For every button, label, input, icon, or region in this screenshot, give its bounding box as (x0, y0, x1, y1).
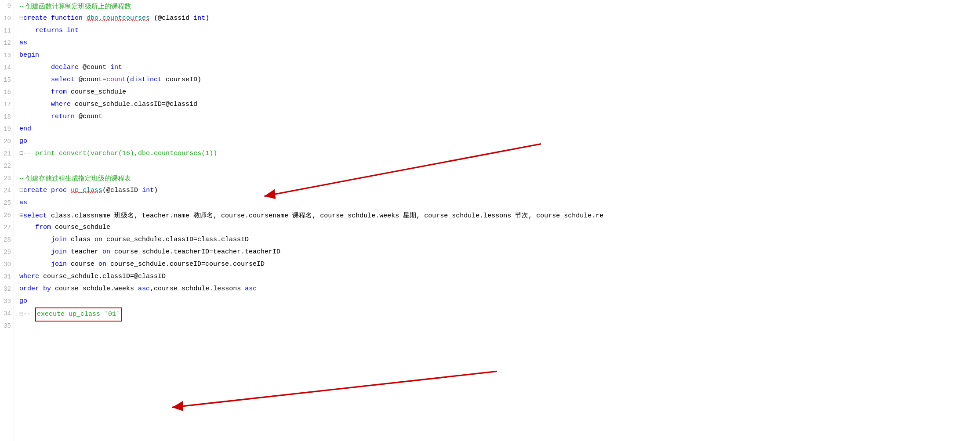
code-line-23: -- 创建存储过程生成指定班级的课程表 (19, 172, 980, 184)
svg-line-3 (172, 371, 497, 407)
code-line-33: go (19, 295, 980, 307)
code-line-30: join course on course_schdule.courseID=c… (19, 258, 980, 271)
code-line-31: where course_schdule.classID=@classID (19, 271, 980, 283)
code-line-14: declare @count int (19, 61, 980, 74)
code-line-21: ⊟-- print convert(varchar(16),dbo.countc… (19, 148, 980, 160)
code-line-29: join teacher on course_schdule.teacherID… (19, 246, 980, 258)
code-line-12: as (19, 37, 980, 49)
code-line-19: end (19, 123, 980, 135)
code-line-18: return @count (19, 111, 980, 123)
code-line-26: ⊟select class.classname 班级名, teacher.nam… (19, 209, 980, 221)
code-line-28: join class on course_schdule.classID=cla… (19, 234, 980, 246)
code-line-34: ⊟-- execute up_class '01' (19, 307, 980, 320)
code-content: -- 创建函数计算制定班级所上的课程数 ⊟create function dbo… (14, 0, 980, 441)
code-line-9: -- 创建函数计算制定班级所上的课程数 (19, 0, 980, 12)
code-line-15: select @count=count(distinct courseID) (19, 74, 980, 86)
code-line-10: ⊟create function dbo.countcourses (@clas… (19, 12, 980, 25)
code-line-27: from course_schdule (19, 221, 980, 234)
line-numbers: 9 10 11 12 13 14 15 16 17 18 19 20 21 22… (0, 0, 14, 441)
code-line-13: begin (19, 49, 980, 61)
code-line-16: from course_schdule (19, 86, 980, 98)
code-line-22 (19, 160, 980, 172)
code-line-25: as (19, 197, 980, 209)
code-line-17: where course_schdule.classID=@classid (19, 98, 980, 111)
code-line-35 (19, 320, 980, 332)
code-line-24: ⊟create proc up_class(@classID int) (19, 184, 980, 197)
code-line-32: order by course_schdule.weeks asc,course… (19, 283, 980, 295)
code-line-11: returns int (19, 25, 980, 37)
code-editor: 9 10 11 12 13 14 15 16 17 18 19 20 21 22… (0, 0, 980, 441)
code-line-20: go (19, 135, 980, 148)
